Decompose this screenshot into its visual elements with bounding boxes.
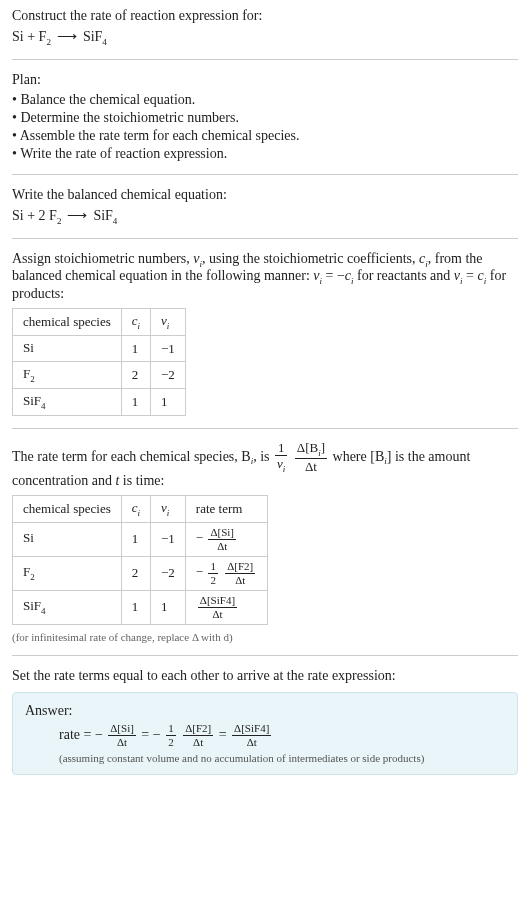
fraction: Δ[F2] Δt (183, 723, 213, 748)
cell-rate: − 1 2 Δ[F2] Δt (185, 556, 267, 590)
plan-heading: Plan: (12, 72, 518, 88)
cell-nui: −2 (151, 556, 186, 590)
plus-sign: + 2 (24, 208, 49, 223)
col-species: chemical species (13, 309, 122, 336)
fraction-one-over-nu: 1 νi (275, 441, 287, 474)
balanced-heading: Write the balanced chemical equation: (12, 187, 518, 203)
table-row: SiF4 1 1 Δ[SiF4] Δt (13, 590, 268, 624)
fraction: Δ[SiF4] Δt (198, 595, 237, 620)
cell-nui: −1 (151, 335, 186, 362)
reaction-arrow-icon: ⟶ (61, 208, 93, 223)
table-note: (for infinitesimal rate of change, repla… (12, 631, 518, 643)
rate-term-table: chemical species ci νi rate term Si 1 −1… (12, 495, 268, 625)
reaction-arrow-icon: ⟶ (51, 29, 83, 44)
plan-list: • Balance the chemical equation. • Deter… (12, 92, 518, 162)
cell-ci: 2 (121, 362, 150, 389)
cell-ci: 1 (121, 522, 150, 556)
table-row: Si 1 −1 − Δ[Si] Δt (13, 522, 268, 556)
plan-item: • Balance the chemical equation. (12, 92, 518, 108)
fraction: Δ[F2] Δt (225, 561, 255, 586)
cell-ci: 1 (121, 388, 150, 415)
table-row: F2 2 −2 (13, 362, 186, 389)
divider (12, 238, 518, 239)
answer-note: (assuming constant volume and no accumul… (25, 752, 505, 764)
cell-ci: 1 (121, 590, 150, 624)
final-heading: Set the rate terms equal to each other t… (12, 668, 518, 684)
balanced-equation: Si + 2 F2⟶SiF4 (12, 207, 518, 226)
cell-ci: 1 (121, 335, 150, 362)
assign-text: Assign stoichiometric numbers, νi, using… (12, 251, 518, 303)
col-nui: νi (151, 496, 186, 523)
species-si: Si (12, 208, 24, 223)
plus-sign: + (24, 29, 39, 44)
species-si: Si (12, 29, 24, 44)
cell-species: Si (13, 522, 122, 556)
plan-item: • Assemble the rate term for each chemic… (12, 128, 518, 144)
table-header-row: chemical species ci νi rate term (13, 496, 268, 523)
answer-label: Answer: (25, 703, 505, 719)
rate-term-text: The rate term for each chemical species,… (12, 441, 518, 490)
fraction: Δ[SiF4] Δt (232, 723, 271, 748)
cell-nui: −2 (151, 362, 186, 389)
table-header-row: chemical species ci νi (13, 309, 186, 336)
species-sif4: SiF4 (93, 208, 117, 223)
cell-nui: 1 (151, 590, 186, 624)
col-ci: ci (121, 309, 150, 336)
cell-species: F2 (13, 362, 122, 389)
cell-nui: 1 (151, 388, 186, 415)
divider (12, 59, 518, 60)
fraction-dbi-dt: Δ[Bi] Δt (295, 441, 327, 474)
cell-species: SiF4 (13, 388, 122, 415)
answer-box: Answer: rate = − Δ[Si] Δt = − 1 2 Δ[F2] … (12, 692, 518, 775)
cell-ci: 2 (121, 556, 150, 590)
rate-expression: rate = − Δ[Si] Δt = − 1 2 Δ[F2] Δt = Δ[S… (25, 723, 505, 748)
col-nui: νi (151, 309, 186, 336)
stoichiometry-table: chemical species ci νi Si 1 −1 F2 2 −2 S… (12, 308, 186, 415)
species-sif4: SiF4 (83, 29, 107, 44)
species-f2: F2 (49, 208, 61, 223)
cell-rate: Δ[SiF4] Δt (185, 590, 267, 624)
divider (12, 428, 518, 429)
plan-item: • Write the rate of reaction expression. (12, 146, 518, 162)
fraction: Δ[Si] Δt (208, 527, 236, 552)
divider (12, 655, 518, 656)
table-row: Si 1 −1 (13, 335, 186, 362)
plan-item: • Determine the stoichiometric numbers. (12, 110, 518, 126)
cell-species: F2 (13, 556, 122, 590)
species-f2: F2 (39, 29, 51, 44)
fraction: 1 2 (166, 723, 176, 748)
cell-nui: −1 (151, 522, 186, 556)
table-row: SiF4 1 1 (13, 388, 186, 415)
col-rate: rate term (185, 496, 267, 523)
cell-species: SiF4 (13, 590, 122, 624)
col-species: chemical species (13, 496, 122, 523)
col-ci: ci (121, 496, 150, 523)
table-row: F2 2 −2 − 1 2 Δ[F2] Δt (13, 556, 268, 590)
cell-species: Si (13, 335, 122, 362)
divider (12, 174, 518, 175)
fraction: 1 2 (208, 561, 218, 586)
unbalanced-equation: Si + F2⟶SiF4 (12, 28, 518, 47)
cell-rate: − Δ[Si] Δt (185, 522, 267, 556)
fraction: Δ[Si] Δt (108, 723, 136, 748)
prompt-text: Construct the rate of reaction expressio… (12, 8, 518, 24)
